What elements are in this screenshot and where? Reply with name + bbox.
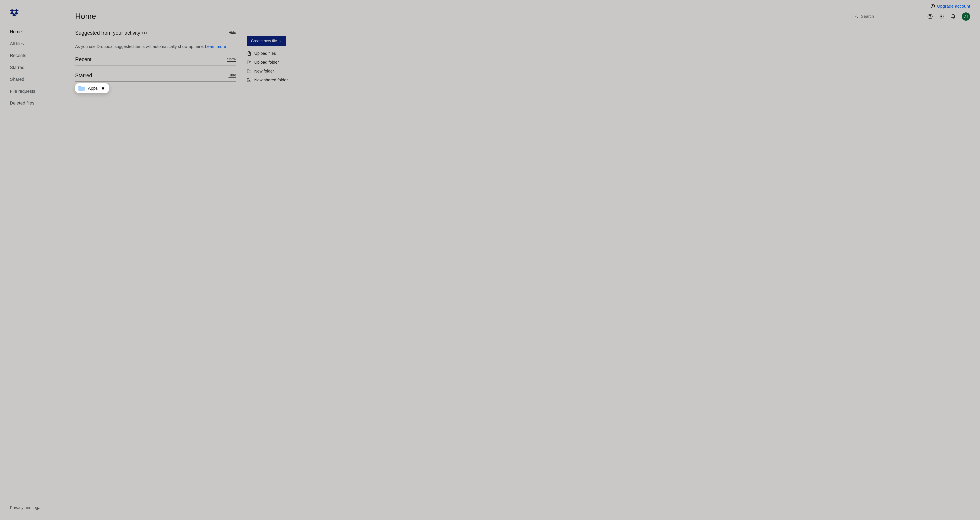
shared-folder-icon: [247, 78, 251, 82]
starred-hide-button[interactable]: Hide: [229, 73, 236, 78]
sidebar-item-home[interactable]: Home: [10, 30, 64, 34]
upload-files-label: Upload files: [254, 51, 276, 56]
recent-title: Recent: [75, 56, 91, 62]
upgrade-icon: [931, 4, 935, 8]
svg-rect-13: [940, 16, 940, 17]
starred-title: Starred: [75, 72, 92, 78]
quick-actions: Create new file Upload files: [247, 30, 295, 104]
recent-show-button[interactable]: Show: [227, 57, 236, 62]
info-icon[interactable]: i: [142, 31, 147, 35]
suggested-note: As you use Dropbox, suggested items will…: [75, 39, 236, 49]
sidebar-item-deleted-files[interactable]: Deleted files: [10, 101, 64, 105]
svg-rect-18: [943, 18, 944, 18]
help-button[interactable]: [927, 14, 933, 19]
svg-marker-4: [12, 14, 16, 16]
starred-item-apps[interactable]: Apps: [75, 83, 109, 93]
starred-section: Starred Hide Apps: [75, 72, 236, 97]
apps-grid-button[interactable]: [939, 14, 945, 19]
new-shared-folder-button[interactable]: New shared folder: [247, 78, 295, 83]
sidebar-item-shared[interactable]: Shared: [10, 77, 64, 82]
sidebar-item-file-requests[interactable]: File requests: [10, 89, 64, 94]
folder-outline-icon: [247, 69, 251, 73]
avatar[interactable]: DT: [962, 13, 970, 21]
svg-rect-14: [941, 16, 942, 17]
notifications-button[interactable]: [950, 14, 956, 19]
svg-marker-1: [14, 9, 19, 12]
sidebar-item-all-files[interactable]: All files: [10, 42, 64, 46]
upload-files-button[interactable]: Upload files: [247, 51, 295, 56]
upgrade-label: Upgrade account: [937, 4, 970, 9]
upgrade-account-link[interactable]: Upgrade account: [931, 4, 970, 9]
suggested-hide-button[interactable]: Hide: [229, 31, 236, 35]
new-shared-folder-label: New shared folder: [254, 78, 288, 83]
learn-more-link[interactable]: Learn more: [205, 44, 226, 49]
sidebar-item-recents[interactable]: Recents: [10, 54, 64, 58]
upload-file-icon: [247, 51, 251, 56]
search-icon: [854, 14, 858, 19]
svg-rect-10: [940, 14, 940, 15]
svg-rect-11: [941, 14, 942, 15]
page-title: Home: [75, 12, 96, 21]
suggested-title: Suggested from your activity: [75, 30, 140, 36]
svg-rect-17: [941, 18, 942, 18]
search-input[interactable]: [861, 14, 918, 19]
search-box[interactable]: [851, 12, 921, 21]
svg-rect-12: [943, 14, 944, 15]
starred-item-label: Apps: [88, 86, 98, 91]
svg-rect-16: [940, 18, 940, 18]
sidebar-nav: Home All files Recents Starred Shared Fi…: [0, 30, 64, 105]
suggested-section: Suggested from your activity i Hide As y…: [75, 30, 236, 49]
sidebar: Home All files Recents Starred Shared Fi…: [0, 0, 64, 520]
recent-section: Recent Show: [75, 56, 236, 65]
svg-marker-0: [10, 9, 14, 12]
new-folder-label: New folder: [254, 69, 274, 73]
svg-line-7: [857, 16, 858, 18]
upload-folder-button[interactable]: Upload folder: [247, 60, 295, 65]
main: Upgrade account Home: [64, 0, 980, 520]
svg-marker-2: [10, 12, 14, 14]
create-new-file-label: Create new file: [251, 38, 277, 43]
privacy-legal-link[interactable]: Privacy and legal: [0, 502, 64, 515]
svg-rect-15: [943, 16, 944, 17]
folder-icon: [78, 85, 85, 91]
upload-folder-icon: [247, 60, 251, 64]
create-new-file-button[interactable]: Create new file: [247, 36, 286, 46]
upload-folder-label: Upload folder: [254, 60, 279, 65]
dropbox-logo[interactable]: [0, 6, 64, 16]
sidebar-item-starred[interactable]: Starred: [10, 65, 64, 70]
svg-marker-3: [14, 12, 19, 14]
chevron-down-icon: [279, 40, 282, 42]
new-folder-button[interactable]: New folder: [247, 69, 295, 73]
star-icon[interactable]: [101, 86, 105, 91]
